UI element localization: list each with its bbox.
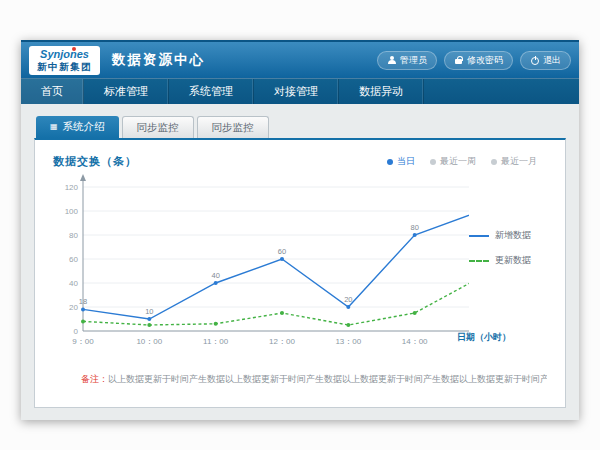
filter-today[interactable]: 当日 xyxy=(387,155,415,168)
logout-label: 退出 xyxy=(543,54,561,67)
filter-last-week[interactable]: 最近一周 xyxy=(430,155,476,168)
power-icon xyxy=(530,56,539,65)
header-actions: 管理员 修改密码 退出 xyxy=(377,51,571,70)
user-button[interactable]: 管理员 xyxy=(377,51,437,70)
svg-text:18: 18 xyxy=(79,297,87,306)
dashed-line-icon xyxy=(469,260,489,262)
tab-sync-monitor-2[interactable]: 同步监控 xyxy=(197,116,269,138)
tab-system-intro-label: 系统介绍 xyxy=(63,120,105,134)
nav-item-system-mgmt[interactable]: 系统管理 xyxy=(169,79,254,104)
svg-text:100: 100 xyxy=(65,207,79,216)
dot-icon xyxy=(491,159,497,165)
legend-item-new-data[interactable]: 新增数据 xyxy=(469,229,547,242)
change-password-button[interactable]: 修改密码 xyxy=(444,51,513,70)
svg-text:80: 80 xyxy=(69,231,78,240)
footnote: 备注：以上数据更新于时间产生数据以上数据更新于时间产生数据以上数据更新于时间产生… xyxy=(53,373,547,387)
nav-item-standard-mgmt[interactable]: 标准管理 xyxy=(84,79,169,104)
filter-last-month-label: 最近一月 xyxy=(501,155,537,168)
chart-area: 0204060801001209：0010：0011：0012：0013：001… xyxy=(53,171,547,359)
logout-button[interactable]: 退出 xyxy=(520,51,571,70)
svg-text:13：00: 13：00 xyxy=(335,337,361,346)
svg-text:12：00: 12：00 xyxy=(269,337,295,346)
grid-icon: ▦ xyxy=(50,123,58,131)
chart-header: 数据交换（条） 当日 最近一周 最近一月 xyxy=(53,154,547,169)
solid-line-icon xyxy=(469,235,489,237)
svg-text:60: 60 xyxy=(278,247,286,256)
filter-last-week-label: 最近一周 xyxy=(440,155,476,168)
filter-last-month[interactable]: 最近一月 xyxy=(491,155,537,168)
footnote-text: 以上数据更新于时间产生数据以上数据更新于时间产生数据以上数据更新于时间产生数据以… xyxy=(108,374,547,384)
svg-text:20: 20 xyxy=(344,295,352,304)
svg-text:10：00: 10：00 xyxy=(136,337,162,346)
change-password-label: 修改密码 xyxy=(467,54,503,67)
screen: Synjones 新中新集团 数据资源中心 管理员 修改密码 退出 xyxy=(0,0,600,450)
nav-item-interface-mgmt[interactable]: 对接管理 xyxy=(254,79,339,104)
content-card: 数据交换（条） 当日 最近一周 最近一月 xyxy=(34,138,566,408)
svg-text:80: 80 xyxy=(410,223,418,232)
nav-item-home[interactable]: 首页 xyxy=(21,79,84,104)
legend-new-data-label: 新增数据 xyxy=(495,229,531,242)
dot-icon xyxy=(387,159,393,165)
line-chart-canvas: 0204060801001209：0010：0011：0012：0013：001… xyxy=(53,171,469,359)
svg-text:0: 0 xyxy=(74,327,79,336)
svg-text:11：00: 11：00 xyxy=(203,337,229,346)
svg-text:40: 40 xyxy=(211,271,219,280)
dot-icon xyxy=(430,159,436,165)
footnote-label: 备注： xyxy=(81,374,108,384)
main-nav: 首页 标准管理 系统管理 对接管理 数据异动 xyxy=(21,78,579,104)
nav-item-data-change[interactable]: 数据异动 xyxy=(339,79,424,104)
svg-text:40: 40 xyxy=(69,279,78,288)
svg-text:10: 10 xyxy=(145,307,153,316)
chart-filters: 当日 最近一周 最近一月 xyxy=(387,155,547,168)
page-title: 数据资源中心 xyxy=(112,51,205,69)
tab-sync-monitor-2-label: 同步监控 xyxy=(212,121,254,135)
app-window: Synjones 新中新集团 数据资源中心 管理员 修改密码 退出 xyxy=(21,40,579,420)
svg-text:9：00: 9：00 xyxy=(72,337,94,346)
app-header: Synjones 新中新集团 数据资源中心 管理员 修改密码 退出 xyxy=(21,40,579,78)
lock-icon xyxy=(454,56,463,65)
logo-text-en: Synjones xyxy=(40,49,89,60)
user-button-label: 管理员 xyxy=(400,54,427,67)
logo-text-cn: 新中新集团 xyxy=(37,62,92,72)
page-body: ▦ 系统介绍 同步监控 同步监控 数据交换（条） 当日 xyxy=(21,104,579,420)
svg-text:20: 20 xyxy=(69,303,78,312)
legend-updated-data-label: 更新数据 xyxy=(495,254,531,267)
x-axis-label: 日期（小时） xyxy=(457,331,511,344)
chart-title: 数据交换（条） xyxy=(53,154,137,169)
filter-today-label: 当日 xyxy=(397,155,415,168)
tab-sync-monitor-1[interactable]: 同步监控 xyxy=(122,116,194,138)
svg-text:60: 60 xyxy=(69,255,78,264)
legend-item-updated-data[interactable]: 更新数据 xyxy=(469,254,547,267)
logo[interactable]: Synjones 新中新集团 xyxy=(29,46,100,75)
tab-sync-monitor-1-label: 同步监控 xyxy=(137,121,179,135)
svg-text:120: 120 xyxy=(65,183,79,192)
user-icon xyxy=(387,56,396,65)
tab-bar: ▦ 系统介绍 同步监控 同步监控 xyxy=(36,116,566,138)
tab-system-intro[interactable]: ▦ 系统介绍 xyxy=(36,116,119,138)
svg-text:14：00: 14：00 xyxy=(402,337,428,346)
